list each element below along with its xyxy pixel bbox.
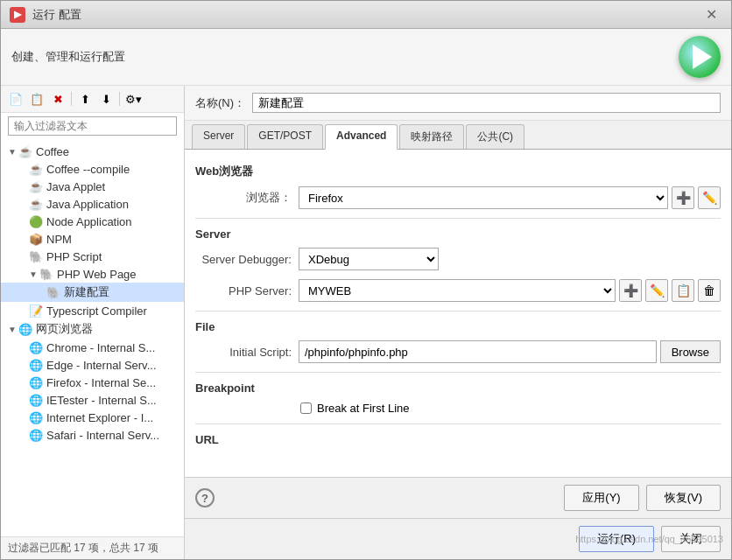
expand-arrow-web: ▼ — [8, 325, 17, 334]
restore-button[interactable]: 恢复(V) — [646, 485, 721, 511]
break-at-first-line-row: Break at First Line — [195, 402, 721, 415]
server-debugger-control: XDebug Zend Debugger — [299, 248, 721, 270]
tab-advanced[interactable]: Advanced — [325, 124, 398, 150]
sidebar-item-npm[interactable]: 📦 NPM — [1, 230, 184, 248]
run-play-button[interactable] — [679, 36, 721, 78]
sidebar-item-label-firefox: Firefox - Internal Se... — [46, 376, 156, 389]
coffee-compile-icon: ☕ — [29, 162, 43, 176]
subtitle-bar: 创建、管理和运行配置 — [1, 29, 731, 86]
initial-script-control: Browse — [299, 340, 721, 363]
break-at-first-line-label: Break at First Line — [317, 402, 410, 415]
initial-script-input[interactable] — [299, 340, 657, 363]
server-debugger-row: Server Debugger: XDebug Zend Debugger — [195, 248, 721, 270]
tab-server[interactable]: Server — [192, 124, 245, 149]
browser-control: Firefox Chrome Edge ➕ ✏️ — [299, 186, 721, 209]
sidebar-item-chrome[interactable]: 🌐 Chrome - Internal S... — [1, 339, 184, 356]
php-server-copy-button[interactable]: 📋 — [672, 279, 694, 302]
filter-input[interactable] — [8, 116, 177, 136]
chrome-icon: 🌐 — [29, 340, 43, 354]
sidebar-item-label-ietester: IETester - Internal S... — [46, 394, 157, 407]
php-server-label: PHP Server: — [195, 284, 292, 298]
sidebar-item-php-script[interactable]: 🐘 PHP Script — [1, 248, 184, 265]
sidebar-item-php-web-page[interactable]: ▼ 🐘 PHP Web Page — [1, 265, 184, 283]
browser-add-button[interactable]: ➕ — [672, 186, 694, 209]
web-browser-icon: 🌐 — [18, 322, 32, 336]
sidebar-item-ie[interactable]: 🌐 Internet Explorer - I... — [1, 409, 184, 426]
sidebar: 📄 📋 ✖ ⬆ ⬇ ⚙▾ ▼ ☕ Coffee — [1, 86, 185, 559]
sidebar-tree: ▼ ☕ Coffee ☕ Coffee --compile ☕ Java App… — [1, 139, 184, 536]
browse-button[interactable]: Browse — [660, 340, 721, 363]
initial-script-row: Initial Script: Browse — [195, 340, 721, 363]
sidebar-item-safari[interactable]: 🌐 Safari - Internal Serv... — [1, 426, 184, 444]
dialog-title: 运行 配置 — [32, 7, 81, 23]
action-bar: ? 应用(Y) 恢复(V) — [185, 477, 731, 518]
apply-button[interactable]: 应用(Y) — [564, 485, 638, 511]
sidebar-item-label-chrome: Chrome - Internal S... — [46, 341, 155, 354]
tab-content-advanced: Web浏览器 浏览器： Firefox Chrome Edge ➕ ✏️ — [185, 150, 731, 477]
sidebar-item-label-new-config: 新建配置 — [64, 284, 109, 300]
move-down-button[interactable]: ⬇ — [96, 89, 116, 108]
sidebar-item-new-config[interactable]: 🐘 新建配置 — [1, 283, 184, 302]
sidebar-footer: 过滤器已匹配 17 项，总共 17 项 — [1, 536, 184, 559]
browser-edit-button[interactable]: ✏️ — [698, 186, 721, 209]
sidebar-item-node-application[interactable]: 🟢 Node Application — [1, 213, 184, 230]
browser-label: 浏览器： — [195, 190, 292, 206]
add-config-button[interactable]: 📄 — [6, 89, 25, 108]
sidebar-item-firefox[interactable]: 🌐 Firefox - Internal Se... — [1, 374, 184, 391]
php-server-add-button[interactable]: ➕ — [619, 279, 642, 302]
sidebar-item-web-browser[interactable]: ▼ 🌐 网页浏览器 — [1, 319, 184, 339]
php-server-select[interactable]: MYWEB — [299, 279, 616, 302]
php-web-icon: 🐘 — [39, 267, 53, 281]
sidebar-item-ietester[interactable]: 🌐 IETester - Internal S... — [1, 391, 184, 409]
copy-config-button[interactable]: 📋 — [27, 89, 46, 108]
sidebar-item-java-applet[interactable]: ☕ Java Applet — [1, 178, 184, 195]
safari-icon: 🌐 — [29, 428, 43, 442]
sidebar-item-label-edge: Edge - Internal Serv... — [46, 359, 157, 372]
php-server-row: PHP Server: MYWEB ➕ ✏️ 📋 🗑 — [195, 279, 721, 302]
php-server-edit-button[interactable]: ✏️ — [645, 279, 668, 302]
run-button[interactable]: 运行(R) — [579, 526, 654, 552]
app-icon: ▶ — [10, 7, 25, 23]
web-browser-section-title: Web浏览器 — [195, 164, 721, 179]
server-debugger-select[interactable]: XDebug Zend Debugger — [299, 248, 439, 270]
delete-config-button[interactable]: ✖ — [48, 89, 67, 108]
typescript-icon: 📝 — [29, 304, 43, 318]
ietester-icon: 🌐 — [29, 393, 43, 407]
php-server-delete-button[interactable]: 🗑 — [698, 279, 721, 302]
sidebar-item-label-typescript: Typescript Compiler — [46, 304, 147, 318]
tab-map-path[interactable]: 映射路径 — [399, 124, 464, 149]
name-input[interactable] — [252, 93, 721, 113]
move-up-button[interactable]: ⬆ — [75, 89, 95, 108]
break-at-first-line-checkbox[interactable] — [300, 402, 312, 414]
dialog-close-button[interactable]: 关闭 — [661, 526, 721, 552]
close-icon[interactable]: ✕ — [700, 4, 722, 24]
node-icon: 🟢 — [29, 214, 43, 228]
help-button[interactable]: ? — [195, 488, 215, 508]
tab-get-post[interactable]: GET/POST — [247, 124, 323, 149]
sidebar-item-label-coffee: Coffee — [36, 145, 69, 158]
toolbar-separator — [71, 92, 72, 106]
browser-row: 浏览器： Firefox Chrome Edge ➕ ✏️ — [195, 186, 721, 209]
sidebar-item-label-php-web-page: PHP Web Page — [57, 268, 137, 281]
sidebar-item-typescript[interactable]: 📝 Typescript Compiler — [1, 302, 184, 319]
settings-button[interactable]: ⚙▾ — [123, 89, 143, 108]
tabs: Server GET/POST Advanced 映射路径 公共(C) — [185, 121, 731, 150]
title-bar: ▶ 运行 配置 ✕ — [1, 1, 731, 29]
php-server-control: MYWEB ➕ ✏️ 📋 🗑 — [299, 279, 721, 302]
browser-select[interactable]: Firefox Chrome Edge — [299, 186, 668, 209]
sidebar-item-edge[interactable]: 🌐 Edge - Internal Serv... — [1, 356, 184, 374]
sidebar-item-coffee-compile[interactable]: ☕ Coffee --compile — [1, 160, 184, 178]
toolbar-separator-2 — [119, 92, 120, 106]
name-label: 名称(N)： — [195, 95, 245, 111]
run-config-dialog: ▶ 运行 配置 ✕ 创建、管理和运行配置 📄 📋 ✖ ⬆ ⬇ ⚙▾ — [0, 0, 732, 560]
tab-shared[interactable]: 公共(C) — [466, 124, 524, 149]
section-separator-3 — [195, 372, 721, 373]
sidebar-item-coffee[interactable]: ▼ ☕ Coffee — [1, 143, 184, 160]
sidebar-item-java-application[interactable]: ☕ Java Application — [1, 195, 184, 213]
sidebar-item-label-java-application: Java Application — [46, 198, 129, 211]
main-content: 📄 📋 ✖ ⬆ ⬇ ⚙▾ ▼ ☕ Coffee — [1, 86, 731, 559]
sidebar-item-label-npm: NPM — [46, 233, 72, 246]
subtitle-text: 创建、管理和运行配置 — [11, 49, 125, 65]
expand-arrow-coffee: ▼ — [8, 147, 17, 157]
ie-icon: 🌐 — [29, 410, 43, 424]
